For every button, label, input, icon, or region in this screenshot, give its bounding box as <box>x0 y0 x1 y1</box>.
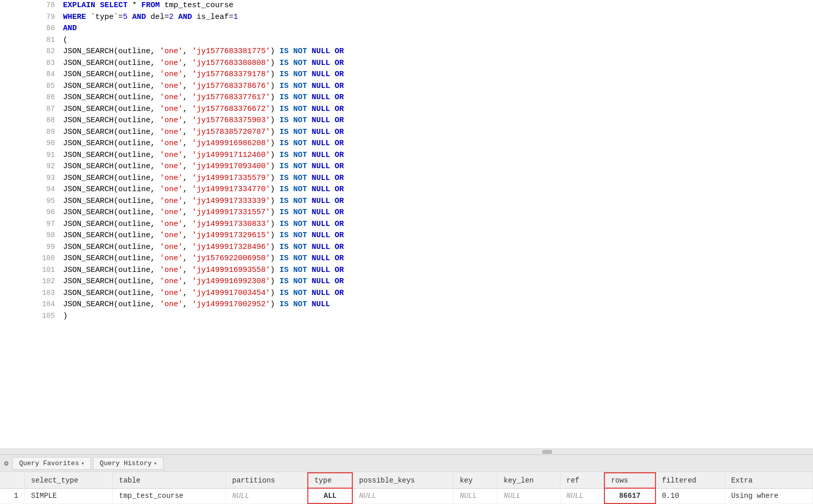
results-column-header: table <box>112 473 225 488</box>
results-column-header: type <box>308 473 352 488</box>
query-favorites-label: Query Favorites <box>19 460 79 467</box>
line-number: 93 <box>0 173 61 185</box>
line-number: 105 <box>0 311 61 323</box>
results-column-header <box>0 473 25 488</box>
line-number: 103 <box>0 288 61 300</box>
scrollbar-thumb[interactable] <box>542 450 552 454</box>
code-line: JSON_SEARCH(outline, 'one', 'jy157768338… <box>61 58 813 70</box>
table-row: 1SIMPLEtmp_test_courseNULLALLNULLNULLNUL… <box>0 488 813 503</box>
results-column-header: filtered <box>656 473 725 488</box>
code-line: ( <box>61 35 813 47</box>
line-number: 85 <box>0 81 61 93</box>
results-column-header: rows <box>604 473 656 488</box>
code-line: JSON_SEARCH(outline, 'one', 'jy149991700… <box>61 299 813 311</box>
result-cell-key_len: NULL <box>498 488 560 503</box>
code-line: JSON_SEARCH(outline, 'one', 'jy149991700… <box>61 288 813 300</box>
code-line: WHERE `type`=5 AND del=2 AND is_leaf=1 <box>61 12 813 24</box>
code-line: JSON_SEARCH(outline, 'one', 'jy157768337… <box>61 104 813 116</box>
results-column-header: ref <box>560 473 604 488</box>
results-column-header: select_type <box>25 473 112 488</box>
line-number: 99 <box>0 242 61 254</box>
result-cell-ref: NULL <box>560 488 604 503</box>
line-number: 100 <box>0 253 61 265</box>
horizontal-scrollbar[interactable] <box>0 448 813 454</box>
query-favorites-dropdown[interactable]: ▾ <box>81 460 84 467</box>
result-cell-extra: Using where <box>725 488 812 503</box>
tab-query-favorites[interactable]: Query Favorites ▾ <box>12 457 91 470</box>
results-column-header: key_len <box>498 473 560 488</box>
result-cell-table: tmp_test_course <box>112 488 225 503</box>
line-number: 97 <box>0 219 61 231</box>
code-line: JSON_SEARCH(outline, 'one', 'jy149991733… <box>61 196 813 208</box>
tabs-bar: ⚙ Query Favorites ▾ Query History ▾ <box>0 455 813 472</box>
result-cell-rows: 86617 <box>604 488 656 503</box>
code-line: JSON_SEARCH(outline, 'one', 'jy157692200… <box>61 253 813 265</box>
code-line: JSON_SEARCH(outline, 'one', 'jy157768337… <box>61 81 813 93</box>
code-content: 78EXPLAIN SELECT * FROM tmp_test_course7… <box>0 0 813 322</box>
code-line: ) <box>61 311 813 323</box>
row-number: 1 <box>0 488 25 503</box>
code-line: JSON_SEARCH(outline, 'one', 'jy149991733… <box>61 219 813 231</box>
code-line: JSON_SEARCH(outline, 'one', 'jy157768337… <box>61 115 813 127</box>
code-line: JSON_SEARCH(outline, 'one', 'jy149991699… <box>61 276 813 288</box>
tab-query-history[interactable]: Query History ▾ <box>93 457 164 470</box>
result-cell-key: NULL <box>454 488 498 503</box>
result-cell-possible_keys: NULL <box>352 488 453 503</box>
line-number: 82 <box>0 46 61 58</box>
line-number: 78 <box>0 0 61 12</box>
line-number: 81 <box>0 35 61 47</box>
code-line: EXPLAIN SELECT * FROM tmp_test_course <box>61 0 813 12</box>
line-number: 88 <box>0 115 61 127</box>
panel-icon: ⚙ <box>4 459 8 468</box>
code-editor: 78EXPLAIN SELECT * FROM tmp_test_course7… <box>0 0 813 448</box>
line-number: 94 <box>0 184 61 196</box>
code-line: JSON_SEARCH(outline, 'one', 'jy157768337… <box>61 69 813 81</box>
line-number: 80 <box>0 23 61 35</box>
line-number: 102 <box>0 276 61 288</box>
code-line: JSON_SEARCH(outline, 'one', 'jy149991711… <box>61 150 813 162</box>
line-number: 96 <box>0 207 61 219</box>
line-number: 86 <box>0 92 61 104</box>
code-line: JSON_SEARCH(outline, 'one', 'jy149991732… <box>61 230 813 242</box>
line-number: 90 <box>0 138 61 150</box>
line-number: 92 <box>0 161 61 173</box>
line-number: 79 <box>0 12 61 24</box>
code-line: JSON_SEARCH(outline, 'one', 'jy149991732… <box>61 242 813 254</box>
line-number: 98 <box>0 230 61 242</box>
result-cell-partitions: NULL <box>226 488 308 503</box>
results-column-header: partitions <box>226 473 308 488</box>
code-line: AND <box>61 23 813 35</box>
line-number: 104 <box>0 299 61 311</box>
code-line: JSON_SEARCH(outline, 'one', 'jy149991699… <box>61 265 813 277</box>
code-line: JSON_SEARCH(outline, 'one', 'jy157768338… <box>61 46 813 58</box>
result-cell-type: ALL <box>308 488 352 503</box>
code-line: JSON_SEARCH(outline, 'one', 'jy157838572… <box>61 127 813 139</box>
line-number: 91 <box>0 150 61 162</box>
result-cell-filtered: 0.10 <box>656 488 725 503</box>
line-number: 95 <box>0 196 61 208</box>
results-table: select_typetablepartitionstypepossible_k… <box>0 472 813 504</box>
code-line: JSON_SEARCH(outline, 'one', 'jy149991698… <box>61 138 813 150</box>
line-number: 83 <box>0 58 61 70</box>
code-line: JSON_SEARCH(outline, 'one', 'jy149991733… <box>61 207 813 219</box>
bottom-panel: ⚙ Query Favorites ▾ Query History ▾ sele… <box>0 454 813 504</box>
line-number: 89 <box>0 127 61 139</box>
results-column-header: possible_keys <box>352 473 453 488</box>
line-number: 101 <box>0 265 61 277</box>
code-line: JSON_SEARCH(outline, 'one', 'jy149991733… <box>61 184 813 196</box>
result-cell-select_type: SIMPLE <box>25 488 112 503</box>
results-container: select_typetablepartitionstypepossible_k… <box>0 472 813 504</box>
code-line: JSON_SEARCH(outline, 'one', 'jy149991733… <box>61 173 813 185</box>
code-line: JSON_SEARCH(outline, 'one', 'jy149991709… <box>61 161 813 173</box>
results-column-header: Extra <box>725 473 812 488</box>
code-line: JSON_SEARCH(outline, 'one', 'jy157768337… <box>61 92 813 104</box>
query-history-dropdown[interactable]: ▾ <box>154 460 157 467</box>
line-number: 87 <box>0 104 61 116</box>
line-number: 84 <box>0 69 61 81</box>
query-history-label: Query History <box>100 460 151 467</box>
results-column-header: key <box>454 473 498 488</box>
